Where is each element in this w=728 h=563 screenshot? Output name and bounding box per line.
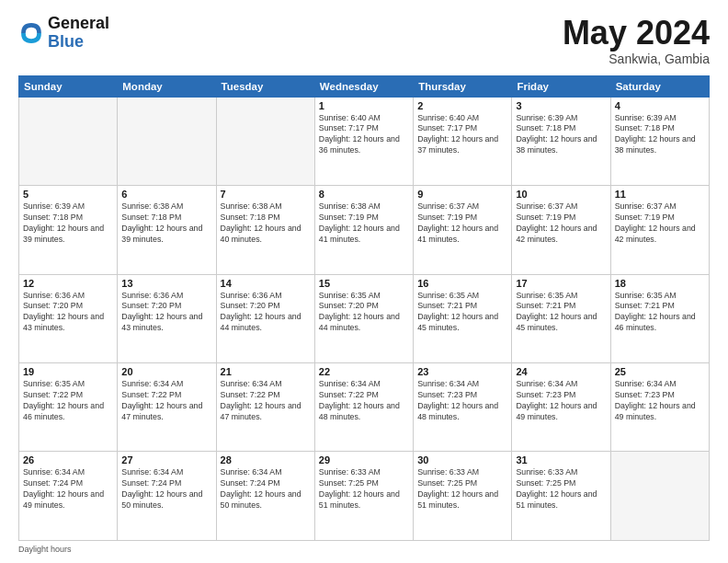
day-info: Sunrise: 6:34 AM Sunset: 7:22 PM Dayligh… <box>221 379 311 423</box>
calendar-cell: 1Sunrise: 6:40 AM Sunset: 7:17 PM Daylig… <box>314 97 413 185</box>
day-number: 28 <box>221 454 311 465</box>
logo-icon <box>18 20 44 46</box>
day-info: Sunrise: 6:36 AM Sunset: 7:20 PM Dayligh… <box>121 291 211 335</box>
calendar-week-0: 1Sunrise: 6:40 AM Sunset: 7:17 PM Daylig… <box>19 97 710 185</box>
month-title: May 2024 <box>563 15 710 52</box>
calendar-cell: 12Sunrise: 6:36 AM Sunset: 7:20 PM Dayli… <box>19 274 118 362</box>
day-number: 27 <box>121 454 211 465</box>
calendar-cell: 3Sunrise: 6:39 AM Sunset: 7:18 PM Daylig… <box>512 97 610 185</box>
day-info: Sunrise: 6:39 AM Sunset: 7:18 PM Dayligh… <box>23 201 113 246</box>
calendar-week-1: 5Sunrise: 6:39 AM Sunset: 7:18 PM Daylig… <box>19 186 710 274</box>
calendar-cell <box>118 97 216 185</box>
calendar-cell: 17Sunrise: 6:35 AM Sunset: 7:21 PM Dayli… <box>512 274 610 362</box>
day-number: 10 <box>516 189 606 200</box>
day-number: 26 <box>23 454 113 465</box>
weekday-header-monday: Monday <box>118 75 216 97</box>
day-number: 11 <box>615 189 705 200</box>
page: General Blue May 2024 Sankwia, Gambia Su… <box>0 0 728 563</box>
calendar-cell: 11Sunrise: 6:37 AM Sunset: 7:19 PM Dayli… <box>610 186 709 274</box>
calendar-cell: 4Sunrise: 6:39 AM Sunset: 7:18 PM Daylig… <box>610 97 709 185</box>
day-number: 12 <box>23 278 113 289</box>
day-info: Sunrise: 6:36 AM Sunset: 7:20 PM Dayligh… <box>221 291 311 335</box>
day-info: Sunrise: 6:37 AM Sunset: 7:19 PM Dayligh… <box>615 201 705 246</box>
calendar-cell: 30Sunrise: 6:33 AM Sunset: 7:25 PM Dayli… <box>414 452 512 541</box>
calendar-cell: 10Sunrise: 6:37 AM Sunset: 7:19 PM Dayli… <box>512 186 610 274</box>
day-info: Sunrise: 6:37 AM Sunset: 7:19 PM Dayligh… <box>516 201 606 246</box>
day-number: 16 <box>417 278 507 289</box>
calendar-cell: 24Sunrise: 6:34 AM Sunset: 7:23 PM Dayli… <box>512 363 610 452</box>
day-number: 25 <box>615 366 705 377</box>
day-number: 29 <box>319 454 409 465</box>
calendar-cell: 7Sunrise: 6:38 AM Sunset: 7:18 PM Daylig… <box>216 186 314 274</box>
day-info: Sunrise: 6:38 AM Sunset: 7:19 PM Dayligh… <box>319 201 409 246</box>
calendar-cell: 18Sunrise: 6:35 AM Sunset: 7:21 PM Dayli… <box>610 274 709 362</box>
day-info: Sunrise: 6:39 AM Sunset: 7:18 PM Dayligh… <box>516 113 606 157</box>
calendar-week-4: 26Sunrise: 6:34 AM Sunset: 7:24 PM Dayli… <box>19 452 710 541</box>
day-info: Sunrise: 6:38 AM Sunset: 7:18 PM Dayligh… <box>221 201 311 246</box>
daylight-hours-label: Daylight hours <box>18 545 72 554</box>
calendar-cell: 25Sunrise: 6:34 AM Sunset: 7:23 PM Dayli… <box>610 363 709 452</box>
calendar-cell: 31Sunrise: 6:33 AM Sunset: 7:25 PM Dayli… <box>512 452 610 541</box>
calendar-cell <box>610 452 709 541</box>
day-number: 24 <box>516 366 606 377</box>
calendar-cell: 20Sunrise: 6:34 AM Sunset: 7:22 PM Dayli… <box>118 363 216 452</box>
weekday-header-wednesday: Wednesday <box>314 75 413 97</box>
day-number: 4 <box>615 100 705 111</box>
weekday-header-row: SundayMondayTuesdayWednesdayThursdayFrid… <box>19 75 710 97</box>
day-info: Sunrise: 6:33 AM Sunset: 7:25 PM Dayligh… <box>417 467 507 511</box>
calendar-cell: 16Sunrise: 6:35 AM Sunset: 7:21 PM Dayli… <box>414 274 512 362</box>
day-number: 18 <box>615 278 705 289</box>
day-info: Sunrise: 6:34 AM Sunset: 7:23 PM Dayligh… <box>516 379 606 423</box>
day-info: Sunrise: 6:38 AM Sunset: 7:18 PM Dayligh… <box>121 201 211 246</box>
day-info: Sunrise: 6:34 AM Sunset: 7:22 PM Dayligh… <box>319 379 409 423</box>
calendar-cell: 19Sunrise: 6:35 AM Sunset: 7:22 PM Dayli… <box>19 363 118 452</box>
day-number: 3 <box>516 100 606 111</box>
day-info: Sunrise: 6:40 AM Sunset: 7:17 PM Dayligh… <box>319 113 409 157</box>
day-number: 17 <box>516 278 606 289</box>
calendar-cell <box>216 97 314 185</box>
day-info: Sunrise: 6:40 AM Sunset: 7:17 PM Dayligh… <box>417 113 507 157</box>
weekday-header-thursday: Thursday <box>414 75 512 97</box>
day-number: 15 <box>319 278 409 289</box>
day-number: 21 <box>221 366 311 377</box>
location-subtitle: Sankwia, Gambia <box>563 52 710 66</box>
day-info: Sunrise: 6:39 AM Sunset: 7:18 PM Dayligh… <box>615 113 705 157</box>
day-info: Sunrise: 6:34 AM Sunset: 7:23 PM Dayligh… <box>417 379 507 423</box>
day-info: Sunrise: 6:35 AM Sunset: 7:20 PM Dayligh… <box>319 291 409 335</box>
day-number: 19 <box>23 366 113 377</box>
day-number: 20 <box>121 366 211 377</box>
calendar-cell <box>19 97 118 185</box>
footer: Daylight hours <box>18 545 710 554</box>
day-info: Sunrise: 6:33 AM Sunset: 7:25 PM Dayligh… <box>319 467 409 511</box>
calendar-cell: 14Sunrise: 6:36 AM Sunset: 7:20 PM Dayli… <box>216 274 314 362</box>
calendar-cell: 26Sunrise: 6:34 AM Sunset: 7:24 PM Dayli… <box>19 452 118 541</box>
day-number: 1 <box>319 100 409 111</box>
day-number: 31 <box>516 454 606 465</box>
calendar-cell: 2Sunrise: 6:40 AM Sunset: 7:17 PM Daylig… <box>414 97 512 185</box>
day-info: Sunrise: 6:36 AM Sunset: 7:20 PM Dayligh… <box>23 291 113 335</box>
day-info: Sunrise: 6:34 AM Sunset: 7:24 PM Dayligh… <box>23 467 113 511</box>
logo: General Blue <box>18 15 109 52</box>
calendar-cell: 6Sunrise: 6:38 AM Sunset: 7:18 PM Daylig… <box>118 186 216 274</box>
calendar-cell: 13Sunrise: 6:36 AM Sunset: 7:20 PM Dayli… <box>118 274 216 362</box>
day-number: 30 <box>417 454 507 465</box>
day-number: 9 <box>417 189 507 200</box>
day-info: Sunrise: 6:33 AM Sunset: 7:25 PM Dayligh… <box>516 467 606 511</box>
day-info: Sunrise: 6:34 AM Sunset: 7:22 PM Dayligh… <box>121 379 211 423</box>
weekday-header-tuesday: Tuesday <box>216 75 314 97</box>
calendar-cell: 22Sunrise: 6:34 AM Sunset: 7:22 PM Dayli… <box>314 363 413 452</box>
day-info: Sunrise: 6:34 AM Sunset: 7:24 PM Dayligh… <box>221 467 311 511</box>
calendar-cell: 28Sunrise: 6:34 AM Sunset: 7:24 PM Dayli… <box>216 452 314 541</box>
calendar-week-3: 19Sunrise: 6:35 AM Sunset: 7:22 PM Dayli… <box>19 363 710 452</box>
calendar-cell: 21Sunrise: 6:34 AM Sunset: 7:22 PM Dayli… <box>216 363 314 452</box>
calendar-cell: 29Sunrise: 6:33 AM Sunset: 7:25 PM Dayli… <box>314 452 413 541</box>
calendar-cell: 27Sunrise: 6:34 AM Sunset: 7:24 PM Dayli… <box>118 452 216 541</box>
day-info: Sunrise: 6:34 AM Sunset: 7:24 PM Dayligh… <box>121 467 211 511</box>
calendar-table: SundayMondayTuesdayWednesdayThursdayFrid… <box>18 75 710 541</box>
day-info: Sunrise: 6:35 AM Sunset: 7:21 PM Dayligh… <box>417 291 507 335</box>
day-info: Sunrise: 6:35 AM Sunset: 7:21 PM Dayligh… <box>615 291 705 335</box>
weekday-header-sunday: Sunday <box>19 75 118 97</box>
calendar-week-2: 12Sunrise: 6:36 AM Sunset: 7:20 PM Dayli… <box>19 274 710 362</box>
day-number: 2 <box>417 100 507 111</box>
day-number: 22 <box>319 366 409 377</box>
